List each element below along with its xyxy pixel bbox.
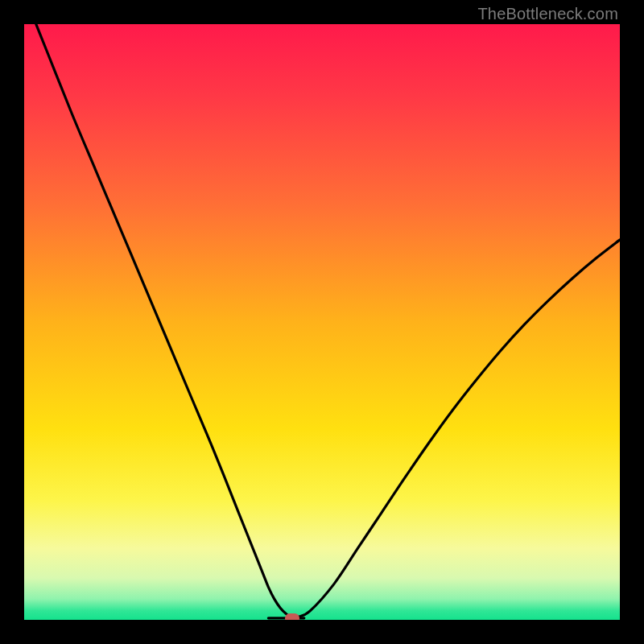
- bottleneck-curve: [24, 24, 620, 618]
- minimum-marker: [285, 613, 299, 620]
- chart-frame: TheBottleneck.com: [0, 0, 644, 644]
- curve-layer: [24, 24, 620, 620]
- watermark-text: TheBottleneck.com: [477, 5, 618, 23]
- plot-area: [24, 24, 620, 620]
